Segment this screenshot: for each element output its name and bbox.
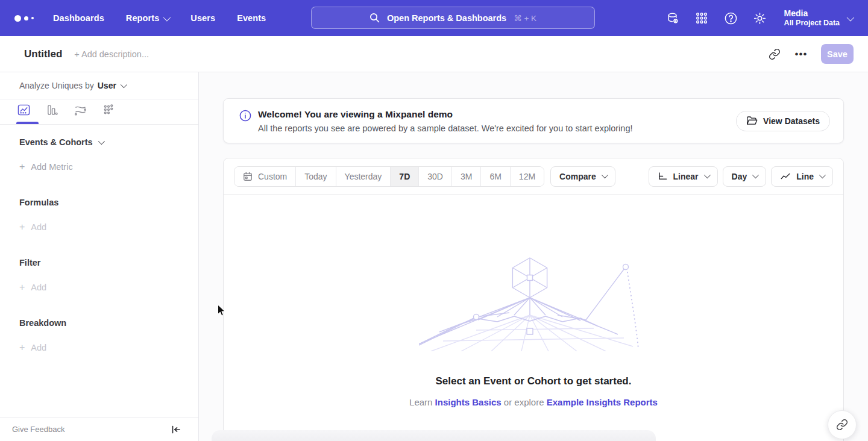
demo-welcome-banner: Welcome! You are viewing a Mixpanel demo… bbox=[223, 98, 844, 143]
banner-title: Welcome! You are viewing a Mixpanel demo bbox=[258, 109, 633, 120]
line-chart-icon bbox=[780, 172, 791, 181]
search-placeholder: Open Reports & Dashboards bbox=[387, 13, 506, 23]
insights-basics-link[interactable]: Insights Basics bbox=[435, 397, 502, 407]
empty-state: Select an Event or Cohort to get started… bbox=[224, 255, 843, 407]
chart-toolbar: Custom Today Yesterday 7D 30D 3M 6M 12M … bbox=[224, 158, 843, 195]
compare-button[interactable]: Compare bbox=[550, 166, 615, 187]
section-events-cohorts[interactable]: Events & Cohorts bbox=[19, 137, 179, 147]
chevron-down-icon bbox=[703, 172, 710, 178]
info-icon bbox=[239, 110, 251, 122]
bar-chart-icon bbox=[46, 104, 58, 116]
chevron-down-icon bbox=[121, 81, 127, 88]
report-header: Untitled + Add description... ••• Save bbox=[0, 36, 868, 72]
search-icon bbox=[370, 13, 380, 23]
chevron-down-icon bbox=[847, 13, 855, 21]
granularity-selector[interactable]: Day bbox=[723, 166, 767, 187]
range-7d[interactable]: 7D bbox=[390, 167, 418, 186]
calendar-icon bbox=[243, 172, 253, 181]
nav-items: Dashboards Reports Users Events bbox=[53, 13, 266, 23]
plus-icon: + bbox=[19, 282, 25, 293]
range-12m[interactable]: 12M bbox=[510, 167, 544, 186]
settings-gear-icon[interactable] bbox=[753, 11, 767, 25]
link-icon bbox=[836, 419, 848, 431]
scatter-chart-icon bbox=[102, 104, 115, 116]
scale-selector[interactable]: Linear bbox=[649, 166, 718, 187]
project-scope: All Project Data bbox=[784, 19, 840, 28]
plus-icon: + bbox=[19, 222, 25, 233]
nav-right: Media All Project Data bbox=[666, 0, 868, 36]
date-range-segmented-control: Custom Today Yesterday 7D 30D 3M 6M 12M bbox=[234, 166, 544, 187]
chevron-down-icon bbox=[163, 13, 171, 21]
section-filter: Filter bbox=[19, 258, 179, 267]
line-chart-icon bbox=[17, 104, 30, 116]
linear-scale-icon bbox=[658, 172, 668, 181]
collapse-sidebar-icon[interactable] bbox=[171, 424, 181, 435]
section-breakdown: Breakdown bbox=[19, 318, 179, 328]
sidebar-footer: Give Feedback bbox=[0, 417, 198, 441]
view-datasets-button[interactable]: View Datasets bbox=[736, 111, 830, 131]
copy-link-icon[interactable] bbox=[768, 48, 781, 61]
range-6m[interactable]: 6M bbox=[480, 167, 509, 186]
analyze-row: Analyze Uniques by User bbox=[0, 72, 198, 99]
nav-item-events[interactable]: Events bbox=[237, 13, 266, 23]
report-title[interactable]: Untitled bbox=[24, 48, 62, 60]
give-feedback-link[interactable]: Give Feedback bbox=[12, 425, 64, 434]
chevron-down-icon bbox=[602, 172, 608, 178]
analyze-label: Analyze Uniques by bbox=[19, 81, 94, 90]
nav-item-reports[interactable]: Reports bbox=[126, 13, 169, 23]
save-button[interactable]: Save bbox=[821, 44, 854, 64]
chevron-down-icon bbox=[98, 138, 104, 145]
learn-prefix: Learn bbox=[409, 397, 432, 407]
top-nav: Dashboards Reports Users Events Open Rep… bbox=[0, 0, 868, 36]
section-formulas: Formulas bbox=[19, 198, 179, 207]
banner-body: All the reports you see are powered by a… bbox=[258, 124, 633, 133]
chevron-down-icon bbox=[752, 172, 759, 178]
share-link-button[interactable] bbox=[828, 410, 857, 439]
apps-grid-icon[interactable] bbox=[695, 11, 709, 25]
more-options-icon[interactable]: ••• bbox=[794, 48, 808, 61]
help-icon[interactable] bbox=[724, 11, 738, 25]
main-content: Welcome! You are viewing a Mixpanel demo… bbox=[199, 72, 868, 441]
folder-icon bbox=[746, 116, 758, 126]
empty-state-illustration bbox=[419, 255, 648, 351]
plus-icon: + bbox=[19, 161, 25, 172]
range-custom[interactable]: Custom bbox=[234, 167, 295, 186]
tab-scatter-chart[interactable] bbox=[102, 104, 115, 117]
add-filter-button[interactable]: + Add bbox=[19, 282, 179, 293]
range-3m[interactable]: 3M bbox=[451, 167, 480, 186]
range-today[interactable]: Today bbox=[295, 167, 335, 186]
report-description-placeholder[interactable]: + Add description... bbox=[74, 49, 149, 59]
plus-icon: + bbox=[19, 342, 25, 353]
tab-flow-chart[interactable] bbox=[74, 104, 87, 117]
data-management-icon[interactable] bbox=[666, 11, 680, 25]
range-30d[interactable]: 30D bbox=[418, 167, 451, 186]
example-reports-link[interactable]: Example Insights Reports bbox=[547, 397, 658, 407]
empty-state-subtitle: Learn Insights Basics or explore Example… bbox=[409, 397, 658, 407]
chart-type-selector[interactable]: Line bbox=[771, 166, 833, 187]
add-metric-button[interactable]: + Add Metric bbox=[19, 161, 179, 172]
middle-text: or explore bbox=[504, 397, 544, 407]
search-shortcut: ⌘ + K bbox=[514, 13, 536, 23]
nav-item-users[interactable]: Users bbox=[190, 13, 215, 23]
tab-line-chart[interactable] bbox=[17, 104, 30, 117]
nav-item-dashboards[interactable]: Dashboards bbox=[53, 13, 104, 23]
tab-bar-chart[interactable] bbox=[45, 104, 58, 117]
mixpanel-logo[interactable] bbox=[0, 15, 34, 22]
query-sidebar: Analyze Uniques by User bbox=[0, 72, 199, 441]
project-name: Media bbox=[784, 8, 840, 19]
global-search[interactable]: Open Reports & Dashboards ⌘ + K bbox=[311, 7, 595, 29]
add-formula-button[interactable]: + Add bbox=[19, 222, 179, 233]
chart-type-tabs bbox=[0, 99, 198, 125]
project-switcher[interactable]: Media All Project Data bbox=[784, 8, 852, 28]
flow-chart-icon bbox=[74, 104, 87, 116]
analyze-value-dropdown[interactable]: User bbox=[98, 81, 125, 90]
range-yesterday[interactable]: Yesterday bbox=[336, 167, 391, 186]
bottom-panel-peek[interactable] bbox=[212, 430, 656, 441]
chevron-down-icon bbox=[819, 172, 826, 178]
selected-tab-indicator bbox=[16, 122, 39, 124]
insights-chart-card: Custom Today Yesterday 7D 30D 3M 6M 12M … bbox=[223, 158, 844, 441]
add-breakdown-button[interactable]: + Add bbox=[19, 342, 179, 353]
empty-state-title: Select an Event or Cohort to get started… bbox=[436, 375, 632, 387]
